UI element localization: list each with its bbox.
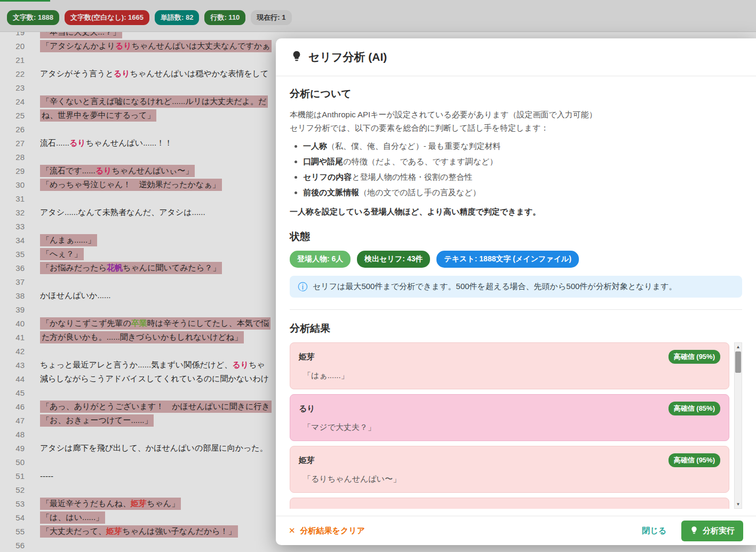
clear-results-label: 分析結果をクリア: [300, 526, 365, 536]
result-card-header: るり高確信 (85%): [299, 402, 720, 415]
analysis-factor-item: 前後の文脈情報（地の文での話し手の言及など）: [303, 187, 742, 198]
confidence-badge: 高確信 (85%): [669, 402, 720, 415]
modal-footer: ✕ 分析結果をクリア 閉じる 分析実行: [276, 516, 756, 545]
quote-text: 「るりちゃんせんぱい〜」: [299, 474, 720, 484]
scroll-down-button[interactable]: ▼: [735, 500, 742, 508]
analysis-factor-item: 口調や語尾の特徴（だよ、である、ですます調など）: [303, 156, 742, 167]
scrollbar-thumb[interactable]: [735, 351, 741, 373]
analysis-factors-list: 一人称（私、僕、俺、自分など）- 最も重要な判定材料口調や語尾の特徴（だよ、であ…: [303, 140, 742, 198]
status-pill: 検出セリフ: 43件: [357, 251, 430, 268]
results-heading: 分析結果: [290, 322, 742, 335]
modal-title: セリフ分析 (AI): [308, 50, 387, 65]
analysis-result-card-partial: [290, 498, 729, 509]
dialogue-analysis-modal: セリフ分析 (AI) 分析について 本機能はAnthropic APIキーが設定…: [276, 38, 756, 545]
lightbulb-icon: [291, 50, 303, 64]
results-scrollbar[interactable]: ▲ ▼: [734, 342, 742, 509]
analysis-description: セリフ分析では、以下の要素を総合的に判断して話し手を特定します：: [290, 121, 742, 134]
status-heading: 状態: [290, 230, 742, 244]
scroll-up-button[interactable]: ▲: [735, 343, 742, 351]
result-card-header: 姫芽高確信 (95%): [299, 350, 720, 364]
result-card-header: 姫芽高確信 (95%): [299, 453, 720, 467]
run-analysis-label: 分析実行: [703, 526, 735, 536]
accuracy-note: 一人称を設定している登場人物ほど、より高い精度で判定できます。: [290, 207, 742, 217]
quote-text: 「マジで大丈夫？」: [299, 422, 720, 433]
app-window: 19「本当に大丈夫...？」20「アタシなんかよりるりちゃんせんぱいは大丈夫なん…: [0, 0, 756, 552]
clear-results-button[interactable]: ✕ 分析結果をクリア: [289, 526, 365, 536]
info-icon: ⓘ: [298, 282, 307, 292]
modal-body: 分析について 本機能はAnthropic APIキーが設定されている必要がありま…: [276, 76, 756, 516]
api-key-note: 本機能はAnthropic APIキーが設定されている必要があります（設定画面で…: [290, 108, 742, 121]
info-box: ⓘ セリフは最大500件まで分析できます。500件を超える場合、先頭から500件…: [290, 276, 742, 298]
info-text: セリフは最大500件まで分析できます。500件を超える場合、先頭から500件が分…: [313, 282, 677, 292]
status-pills: 登場人物: 6人検出セリフ: 43件テキスト: 1888文字 (メインファイル): [290, 251, 742, 268]
analysis-result-card: 姫芽高確信 (95%)「はぁ......」: [290, 342, 729, 389]
analysis-result-card: るり高確信 (85%)「マジで大丈夫？」: [290, 394, 729, 441]
speaker-name: 姫芽: [299, 352, 315, 362]
analysis-factor-item: セリフの内容と登場人物の性格・役割の整合性: [303, 171, 742, 183]
status-pill: テキスト: 1888文字 (メインファイル): [436, 251, 579, 268]
analysis-factor-item: 一人称（私、僕、俺、自分など）- 最も重要な判定材料: [303, 140, 742, 152]
run-analysis-button[interactable]: 分析実行: [681, 521, 743, 541]
clear-x-icon: ✕: [289, 526, 296, 535]
status-pill: 登場人物: 6人: [290, 251, 351, 268]
results-list: 姫芽高確信 (95%)「はぁ......」るり高確信 (85%)「マジで大丈夫？…: [290, 342, 742, 509]
lightbulb-icon: [690, 526, 698, 536]
result-cards: 姫芽高確信 (95%)「はぁ......」るり高確信 (85%)「マジで大丈夫？…: [290, 342, 729, 509]
modal-header: セリフ分析 (AI): [276, 38, 756, 76]
speaker-name: 姫芽: [299, 455, 315, 466]
confidence-badge: 高確信 (95%): [669, 350, 720, 364]
speaker-name: るり: [299, 404, 315, 414]
footer-actions: 閉じる 分析実行: [642, 521, 743, 541]
analysis-result-card: 姫芽高確信 (95%)「るりちゃんせんぱい〜」: [290, 446, 729, 493]
quote-text: 「はぁ......」: [299, 371, 720, 381]
close-button[interactable]: 閉じる: [642, 526, 666, 536]
about-heading: 分析について: [290, 87, 742, 101]
section-divider: [290, 309, 742, 310]
confidence-badge: 高確信 (95%): [669, 453, 720, 467]
